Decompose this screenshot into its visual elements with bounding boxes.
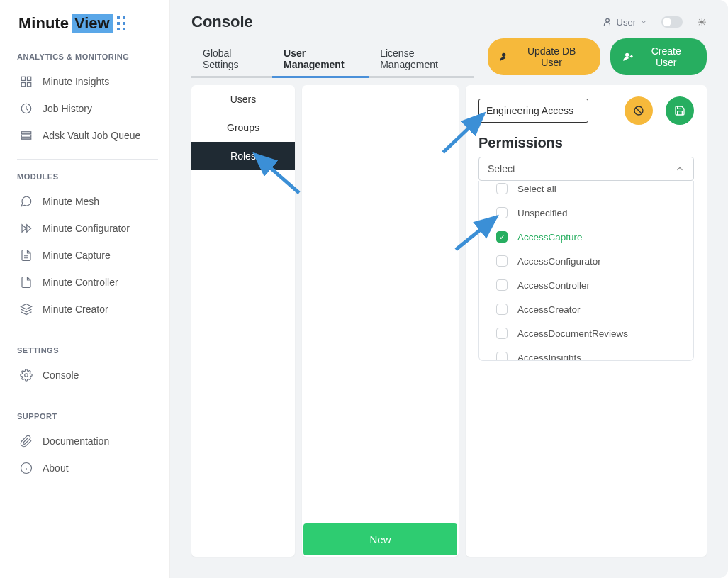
logo-text-1: Minute xyxy=(18,14,69,33)
checkbox-icon[interactable] xyxy=(496,279,508,291)
sidebar-item-minute-controller[interactable]: Minute Controller xyxy=(14,269,164,296)
permission-option-accesscapture[interactable]: AccessCapture xyxy=(479,225,693,249)
role-editor-panel: Permissions Select Select all Unspecifie… xyxy=(466,85,707,557)
new-role-button[interactable]: New xyxy=(303,523,457,555)
sidebar-item-minute-mesh[interactable]: Minute Mesh xyxy=(14,188,164,215)
user-dropdown[interactable]: User xyxy=(603,17,647,28)
sidebar-section-support: SUPPORT xyxy=(17,412,164,421)
panels: Users Groups Roles New xyxy=(170,78,728,578)
checkbox-icon[interactable] xyxy=(496,304,508,315)
option-label: AccessConfigurator xyxy=(517,256,601,267)
svg-point-8 xyxy=(25,374,28,377)
doc-icon xyxy=(20,276,33,289)
sidebar-section-analytics: ANALYTICS & MONITORING xyxy=(17,52,164,61)
svg-point-14 xyxy=(625,53,629,57)
save-button[interactable] xyxy=(666,96,694,125)
checkbox-icon[interactable] xyxy=(496,328,508,339)
subtabs-panel: Users Groups Roles xyxy=(191,85,295,557)
sun-icon[interactable]: ☀ xyxy=(697,16,707,29)
theme-toggle[interactable] xyxy=(661,16,683,28)
checkbox-icon[interactable] xyxy=(496,255,508,267)
option-label: AccessDocumentReviews xyxy=(517,328,628,339)
ban-icon xyxy=(633,105,644,116)
sidebar-item-minute-configurator[interactable]: Minute Configurator xyxy=(14,215,164,242)
permissions-select[interactable]: Select xyxy=(478,157,694,181)
svg-rect-7 xyxy=(21,138,31,140)
update-db-user-button[interactable]: Update DB User xyxy=(488,38,600,75)
page-icon xyxy=(20,249,33,262)
chat-icon xyxy=(20,195,33,208)
chevron-down-icon xyxy=(640,18,647,26)
permission-option-accessconfigurator[interactable]: AccessConfigurator xyxy=(479,249,693,273)
sidebar-item-about[interactable]: About xyxy=(14,455,164,482)
svg-point-13 xyxy=(502,53,505,57)
permission-option-accesscontroller[interactable]: AccessController xyxy=(479,273,693,297)
permission-option-select-all[interactable]: Select all xyxy=(479,181,693,201)
tab-license-management[interactable]: License Management xyxy=(369,40,474,78)
sidebar-item-label: Minute Configurator xyxy=(43,223,130,234)
sidebar-item-label: Minute Insights xyxy=(43,76,109,87)
sidebar-item-label: Minute Creator xyxy=(43,304,108,315)
sidebar-item-minute-insights[interactable]: Minute Insights xyxy=(14,68,164,95)
tabs: Global Settings User Management License … xyxy=(191,40,474,78)
save-icon xyxy=(674,105,685,116)
sidebar-item-console[interactable]: Console xyxy=(14,362,164,389)
option-label: AccessCapture xyxy=(517,232,583,243)
option-label: AccessCreator xyxy=(517,304,581,315)
tab-user-management[interactable]: User Management xyxy=(272,40,369,78)
permission-option-accessinsights[interactable]: AccessInsights xyxy=(479,345,693,361)
sidebar-item-label: Minute Mesh xyxy=(43,196,99,207)
sidebar-item-minute-creator[interactable]: Minute Creator xyxy=(14,296,164,323)
button-label: Update DB User xyxy=(520,45,583,68)
logo-text-2: View xyxy=(72,14,113,33)
svg-rect-2 xyxy=(21,83,25,87)
option-label: AccessController xyxy=(517,280,590,291)
roles-list-panel: New xyxy=(302,85,459,557)
permission-option-unspecified[interactable]: Unspecified xyxy=(479,201,693,225)
sidebar-item-minute-capture[interactable]: Minute Capture xyxy=(14,242,164,269)
sidebar-item-label: Adsk Vault Job Queue xyxy=(43,130,140,141)
button-label: Create User xyxy=(642,45,690,68)
sidebar-item-label: About xyxy=(43,462,69,474)
select-placeholder: Select xyxy=(488,163,515,174)
layers-icon xyxy=(20,303,33,316)
svg-rect-6 xyxy=(21,135,31,137)
tab-global-settings[interactable]: Global Settings xyxy=(191,40,272,78)
svg-point-12 xyxy=(605,18,609,22)
clock-icon xyxy=(20,102,33,115)
sidebar-item-documentation[interactable]: Documentation xyxy=(14,428,164,455)
svg-line-16 xyxy=(636,108,642,113)
user-add-icon xyxy=(620,48,635,65)
subtab-roles[interactable]: Roles xyxy=(191,142,295,170)
role-name-input[interactable] xyxy=(478,99,588,123)
checkbox-icon[interactable] xyxy=(496,352,508,361)
permissions-title: Permissions xyxy=(478,135,694,151)
sidebar-item-label: Console xyxy=(43,369,79,381)
logo: MinuteView xyxy=(14,14,164,33)
cancel-button[interactable] xyxy=(625,96,653,125)
create-user-button[interactable]: Create User xyxy=(610,38,707,75)
main-content: Console User ☀ Global Settings User Mana… xyxy=(170,0,728,578)
sidebar-item-job-history[interactable]: Job History xyxy=(14,95,164,122)
subtab-users[interactable]: Users xyxy=(191,85,295,113)
sidebar-item-label: Minute Capture xyxy=(43,250,111,261)
sidebar-item-label: Minute Controller xyxy=(43,277,118,288)
sidebar-section-settings: SETTINGS xyxy=(17,346,164,355)
svg-rect-5 xyxy=(21,132,31,134)
checkbox-icon[interactable] xyxy=(496,183,508,194)
toolbar: Global Settings User Management License … xyxy=(170,38,728,78)
grid-icon xyxy=(20,75,33,88)
logo-dots-icon xyxy=(116,15,128,32)
checkbox-icon[interactable] xyxy=(496,207,508,218)
permission-option-accessdocumentreviews[interactable]: AccessDocumentReviews xyxy=(479,321,693,345)
permissions-list[interactable]: Select all Unspecified AccessCapture Acc… xyxy=(478,181,694,361)
sidebar-item-vault-queue[interactable]: Adsk Vault Job Queue xyxy=(14,122,164,149)
subtab-groups[interactable]: Groups xyxy=(191,113,295,142)
gear-icon xyxy=(20,369,33,382)
page-title: Console xyxy=(191,13,253,31)
forward-icon xyxy=(20,222,33,235)
permission-option-accesscreator[interactable]: AccessCreator xyxy=(479,297,693,321)
checkbox-icon[interactable] xyxy=(496,231,508,243)
sidebar-item-label: Job History xyxy=(43,103,92,114)
sidebar: MinuteView ANALYTICS & MONITORING Minute… xyxy=(0,0,170,578)
